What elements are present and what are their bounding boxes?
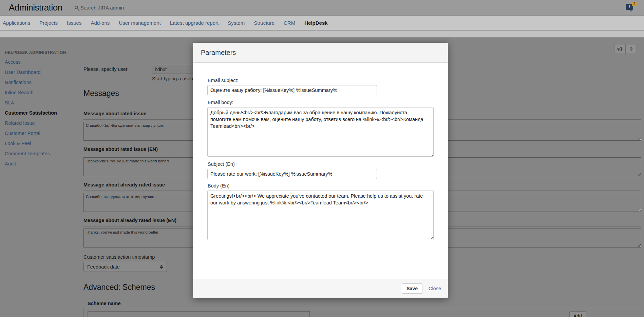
search-input[interactable] xyxy=(80,5,158,11)
sidebar-item-notifications[interactable]: Notifications xyxy=(0,77,77,87)
schemes-panel: Add xyxy=(83,308,641,317)
sidebar-item-comment-templates[interactable]: Comment Templates xyxy=(0,148,77,159)
select-arrows-icon xyxy=(160,265,163,269)
body-en-label: Body (En) xyxy=(208,183,434,189)
sidebar-item-user-dashboard[interactable]: User Dashboard xyxy=(0,67,77,77)
timestamp-label: Customer satisfaction timestamp xyxy=(83,254,155,260)
dialog-title: Parameters xyxy=(201,49,236,57)
parameters-dialog: Parameters Email subject: Email body: Su… xyxy=(193,43,448,298)
sidebar-item-related-issue[interactable]: Related Issue xyxy=(0,118,77,128)
nav-item-helpdesk[interactable]: HelpDesk xyxy=(304,20,327,26)
sidebar-heading: HELPDESK ADMINISTRATION xyxy=(5,50,77,55)
nav-item-crm[interactable]: CRM xyxy=(284,20,295,26)
sidebar-item-customer-portal[interactable]: Customer Portal xyxy=(0,128,77,138)
specify-user-label: Please, specify user xyxy=(83,66,128,72)
sidebar-item-inline-search[interactable]: Inline Search xyxy=(0,87,77,98)
page-tool-buttons: ? xyxy=(614,44,637,54)
nav-item-issues[interactable]: Issues xyxy=(67,20,81,26)
nav-item-system[interactable]: System xyxy=(228,20,245,26)
subject-en-input[interactable] xyxy=(207,169,377,179)
messages-heading: Messages xyxy=(83,89,119,98)
announce-button[interactable] xyxy=(614,44,626,54)
sidebar-item-audit[interactable]: Audit xyxy=(0,159,77,169)
notification-badge: 2 xyxy=(632,2,637,6)
dialog-body: Email subject: Email body: Subject (En) … xyxy=(193,63,448,240)
search-icon xyxy=(75,6,78,9)
helpdesk-sidebar: HELPDESK ADMINISTRATION Access User Dash… xyxy=(0,38,77,317)
nav-item-latest-upgrade-report[interactable]: Latest upgrade report xyxy=(170,20,219,26)
subject-en-label: Subject (En) xyxy=(208,161,434,167)
dialog-header: Parameters xyxy=(193,43,448,63)
timestamp-select[interactable]: Feedback date xyxy=(83,262,167,272)
nav-item-applications[interactable]: Applications xyxy=(3,20,30,26)
scheme-name-input[interactable] xyxy=(88,311,310,317)
sidebar-item-look-and-feel[interactable]: Look & Feel xyxy=(0,138,77,148)
email-body-textarea[interactable] xyxy=(207,107,434,157)
nav-item-addons[interactable]: Add-ons xyxy=(91,20,110,26)
dialog-footer: Save Close xyxy=(193,279,448,298)
sidebar-item-customer-satisfaction[interactable]: Customer Satisfaction xyxy=(0,108,77,118)
notifications-icon[interactable]: ! 2 xyxy=(626,2,637,12)
help-button[interactable]: ? xyxy=(625,44,637,54)
nav-item-structure[interactable]: Structure xyxy=(254,20,274,26)
body-en-textarea[interactable] xyxy=(207,191,434,240)
close-button[interactable]: Close xyxy=(429,286,441,291)
sidebar-item-access[interactable]: Access xyxy=(0,57,77,67)
nav-substrip xyxy=(0,31,644,38)
admin-nav: Applications Projects Issues Add-ons Use… xyxy=(0,16,644,30)
nav-item-projects[interactable]: Projects xyxy=(39,20,58,26)
save-button[interactable]: Save xyxy=(402,283,422,294)
email-subject-input[interactable] xyxy=(207,85,377,95)
admin-header: Administration ! 2 xyxy=(0,0,644,15)
nav-item-user-management[interactable]: User management xyxy=(119,20,160,26)
admin-search xyxy=(75,5,158,11)
megaphone-icon xyxy=(617,46,623,52)
add-scheme-button[interactable]: Add xyxy=(569,311,586,317)
scheme-name-label: Scheme name xyxy=(88,301,121,306)
timestamp-selected-option: Feedback date xyxy=(87,264,120,270)
email-subject-label: Email subject: xyxy=(208,78,434,83)
page-title: Administration xyxy=(9,2,62,13)
email-body-label: Email body: xyxy=(208,100,434,105)
sidebar-item-sla[interactable]: SLA xyxy=(0,98,77,108)
